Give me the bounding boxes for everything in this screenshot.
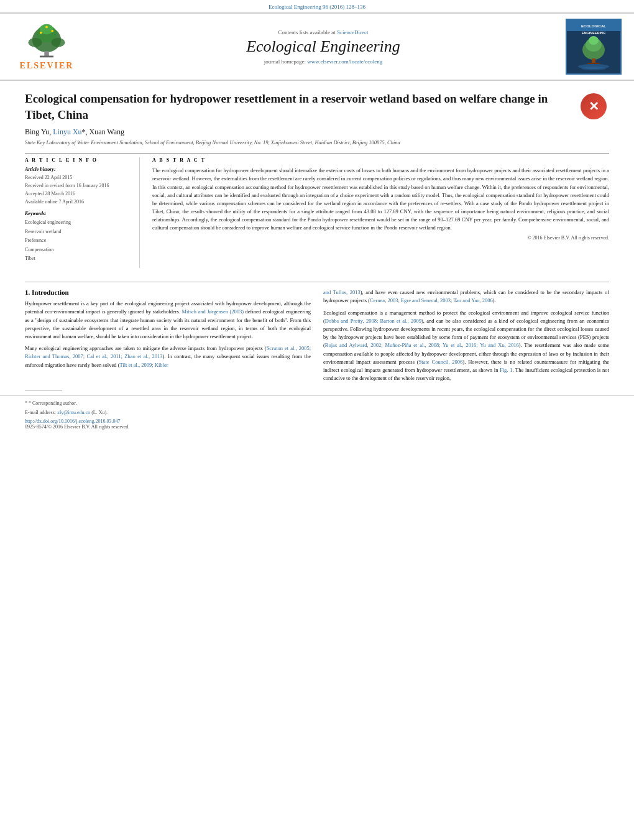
abstract-text: The ecological compensation for hydropow…: [152, 167, 609, 232]
accepted-date: Accepted 28 March 2016: [25, 190, 132, 198]
available-date: Available online 7 April 2016: [25, 198, 132, 206]
svg-point-5: [28, 38, 42, 47]
author-linyu-link[interactable]: Linyu Xu: [53, 127, 81, 136]
footnote-text: * Corresponding author.: [29, 400, 77, 406]
abstract-paragraph: The ecological compensation for hydropow…: [152, 167, 609, 232]
article-info-column: A R T I C L E I N F O Article history: R…: [25, 157, 140, 268]
keyword-5: Tibet: [25, 254, 132, 263]
svg-rect-18: [587, 63, 600, 64]
intro-left-para2: Many ecological engineering approaches a…: [25, 344, 311, 369]
keyword-4: Compensation: [25, 246, 132, 254]
svg-text:ECOLOGICAL: ECOLOGICAL: [581, 24, 606, 28]
article-title-section: Ecological compensation for hydropower r…: [25, 91, 609, 122]
ref-dobbs-link[interactable]: Dobbs and Pretty, 2008; Barton et al., 2…: [325, 318, 421, 324]
email-note: E-mail address: xly@imu.edu.cn (L. Xu).: [25, 409, 609, 417]
article-footer: * * Corresponding author. E-mail address…: [0, 395, 634, 432]
page: Ecological Engineering 96 (2016) 128–136: [0, 0, 634, 840]
main-content: Ecological compensation for hydropower r…: [0, 81, 634, 274]
ref-cernea-link[interactable]: Cernea, 2003; Egre and Senecal, 2003; Ta…: [370, 297, 493, 303]
keywords-label: Keywords:: [25, 211, 132, 216]
doi-link[interactable]: http://dx.doi.org/10.1016/j.ecoleng.2016…: [25, 418, 120, 424]
section-divider: [25, 282, 609, 282]
ref-rojas-link[interactable]: Rojas and Aylward, 2002; Muñoz-Piña et a…: [325, 342, 519, 348]
ref-tullos-link[interactable]: and Tullos, 2013: [323, 289, 361, 295]
keyword-1: Ecological engineering: [25, 218, 132, 227]
svg-point-20: [581, 67, 606, 70]
email-label: E-mail address:: [25, 410, 57, 415]
article-info-abstract-section: A R T I C L E I N F O Article history: R…: [25, 153, 609, 268]
svg-point-8: [51, 30, 53, 32]
contents-prefix: Contents lists available at: [278, 29, 337, 35]
issn-line: 0925-8574/© 2016 Elsevier B.V. All right…: [25, 424, 609, 430]
abstract-heading: A B S T R A C T: [152, 157, 609, 163]
abstract-column: A B S T R A C T The ecological compensat…: [152, 157, 609, 268]
corresponding-author-note: * * Corresponding author.: [25, 400, 609, 407]
article-history-group: Article history: Received 22 April 2015 …: [25, 167, 132, 206]
history-label: Article history:: [25, 167, 132, 172]
authors: Bing Yu, Linyu Xu*, Xuan Wang: [25, 127, 124, 136]
received-revised-date: Received in revised form 16 January 2016: [25, 182, 132, 190]
article-info-heading: A R T I C L E I N F O: [25, 157, 132, 163]
keyword-2: Reservoir wetland: [25, 228, 132, 236]
journal-title-center: Contents lists available at ScienceDirec…: [81, 29, 566, 65]
svg-rect-17: [592, 58, 595, 63]
intro-heading: 1. Introduction: [25, 288, 311, 296]
homepage-url[interactable]: www.elsevier.com/locate/ecoleng: [307, 58, 382, 65]
svg-text:ENGINEERING: ENGINEERING: [582, 31, 606, 35]
journal-ref-text: Ecological Engineering 96 (2016) 128–136: [269, 4, 365, 10]
ref-mitsch-link[interactable]: Mitsch and Jørgensen (2003): [181, 308, 244, 315]
doi-line: http://dx.doi.org/10.1016/j.ecoleng.2016…: [25, 418, 609, 424]
svg-rect-4: [40, 56, 53, 58]
keyword-3: Preference: [25, 236, 132, 245]
svg-point-7: [40, 32, 42, 34]
ref-fig1-link[interactable]: Fig. 1: [500, 367, 512, 373]
elsevier-brand: ELSEVIER: [20, 61, 74, 71]
affiliation: State Key Laboratory of Water Environmen…: [25, 139, 609, 147]
received-date: Received 22 April 2015: [25, 174, 132, 182]
eco-engineering-logo: ECOLOGICAL ENGINEERING: [566, 19, 622, 75]
keywords-list: Ecological engineering Reservoir wetland…: [25, 218, 132, 263]
elsevier-logo: ELSEVIER: [12, 22, 81, 71]
email-link[interactable]: xly@imu.edu.cn: [57, 410, 90, 415]
copyright: © 2016 Elsevier B.V. All rights reserved…: [152, 235, 609, 241]
ref-scruton-link[interactable]: Scruton et al., 2005; Richter and Thomas…: [25, 345, 311, 359]
intro-right-column: and Tullos, 2013), and have even caused …: [323, 288, 609, 386]
homepage-prefix: journal homepage:: [264, 58, 307, 65]
authors-line: Bing Yu, Linyu Xu*, Xuan Wang: [25, 127, 609, 137]
email-suffix: (L. Xu).: [90, 410, 108, 415]
svg-point-6: [51, 38, 65, 47]
crossmark-badge: ✕: [578, 91, 609, 122]
introduction-section: 1. Introduction Hydropower resettlement …: [0, 288, 634, 386]
elsevier-tree-icon: [22, 22, 71, 60]
svg-point-9: [45, 26, 48, 29]
svg-point-16: [589, 36, 599, 45]
intro-left-column: 1. Introduction Hydropower resettlement …: [25, 288, 311, 386]
journal-main-title: Ecological Engineering: [81, 37, 566, 56]
ref-tilt-link[interactable]: Tilt et al., 2009; Kibler: [119, 362, 168, 368]
sciencedirect-link[interactable]: ScienceDirect: [337, 29, 368, 35]
footnote-divider: [25, 390, 62, 390]
intro-right-para1: and Tullos, 2013), and have even caused …: [323, 288, 609, 305]
contents-line: Contents lists available at ScienceDirec…: [81, 29, 566, 35]
crossmark-icon: ✕: [581, 93, 607, 119]
journal-header: ELSEVIER Contents lists available at Sci…: [0, 12, 634, 81]
article-title: Ecological compensation for hydropower r…: [25, 91, 572, 122]
intro-left-para1: Hydropower resettlement is a key part of…: [25, 300, 311, 341]
keywords-group: Keywords: Ecological engineering Reservo…: [25, 211, 132, 263]
homepage-line: journal homepage: www.elsevier.com/locat…: [81, 58, 566, 65]
intro-right-para2: Ecological compensation is a management …: [323, 309, 609, 383]
ref-state-council-link[interactable]: State Council, 2006: [419, 359, 463, 365]
journal-reference: Ecological Engineering 96 (2016) 128–136: [0, 0, 634, 12]
